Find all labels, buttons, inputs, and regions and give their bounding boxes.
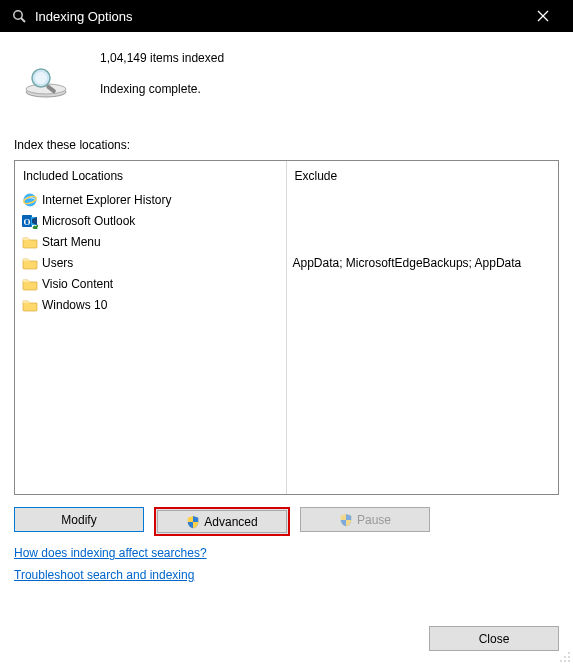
close-button[interactable]: Close [429,626,559,651]
svg-line-1 [21,18,25,22]
shield-icon [339,513,353,527]
modify-button[interactable]: Modify [14,507,144,532]
exclude-cell [293,273,553,294]
column-header-included: Included Locations [21,167,280,189]
svg-point-19 [568,660,570,662]
folder-icon [21,233,38,250]
list-item[interactable]: Internet Explorer History [21,189,280,210]
location-name: Windows 10 [42,298,107,312]
svg-point-17 [560,660,562,662]
pause-button-label: Pause [357,513,391,527]
svg-point-7 [35,72,47,84]
svg-point-14 [568,652,570,654]
titlebar: Indexing Options [0,0,573,32]
modify-button-label: Modify [61,513,96,527]
exclude-cell [293,294,553,315]
window-close-button[interactable] [523,0,563,32]
resize-grip[interactable] [559,651,571,663]
exclude-cell [293,210,553,231]
indexing-status: Indexing complete. [100,81,224,98]
advanced-button[interactable]: Advanced [157,510,287,533]
location-name: Users [42,256,73,270]
ie-icon [21,191,38,208]
exclude-cell: AppData; MicrosoftEdgeBackups; AppData [293,252,553,273]
window-title: Indexing Options [35,9,133,24]
folder-icon [21,275,38,292]
advanced-highlight: Advanced [154,507,290,536]
list-item[interactable]: Windows 10 [21,294,280,315]
troubleshoot-link[interactable]: Troubleshoot search and indexing [14,568,194,582]
list-item[interactable]: Users [21,252,280,273]
location-name: Start Menu [42,235,101,249]
outlook-icon: O [21,212,38,229]
svg-point-18 [564,660,566,662]
location-name: Microsoft Outlook [42,214,135,228]
list-item[interactable]: Visio Content [21,273,280,294]
svg-point-0 [13,11,21,19]
close-button-label: Close [479,632,510,646]
column-header-exclude: Exclude [293,167,553,189]
locations-label: Index these locations: [14,138,559,152]
svg-point-15 [564,656,566,658]
svg-point-16 [568,656,570,658]
list-item[interactable]: O Microsoft Outlook [21,210,280,231]
status-area: 1,04,149 items indexed Indexing complete… [14,44,559,120]
advanced-button-label: Advanced [204,515,257,529]
locations-list: Included Locations Internet Explorer His… [14,160,559,495]
items-indexed-count: 1,04,149 items indexed [100,50,224,67]
app-icon [10,8,27,25]
location-name: Visio Content [42,277,113,291]
pause-button: Pause [300,507,430,532]
shield-icon [186,515,200,529]
exclude-cell [293,189,553,210]
folder-icon [21,254,38,271]
howto-link[interactable]: How does indexing affect searches? [14,546,207,560]
indexing-icon [22,50,70,100]
exclude-cell [293,231,553,252]
location-name: Internet Explorer History [42,193,171,207]
folder-icon [21,296,38,313]
svg-point-9 [23,193,36,206]
svg-text:O: O [23,217,30,227]
list-item[interactable]: Start Menu [21,231,280,252]
